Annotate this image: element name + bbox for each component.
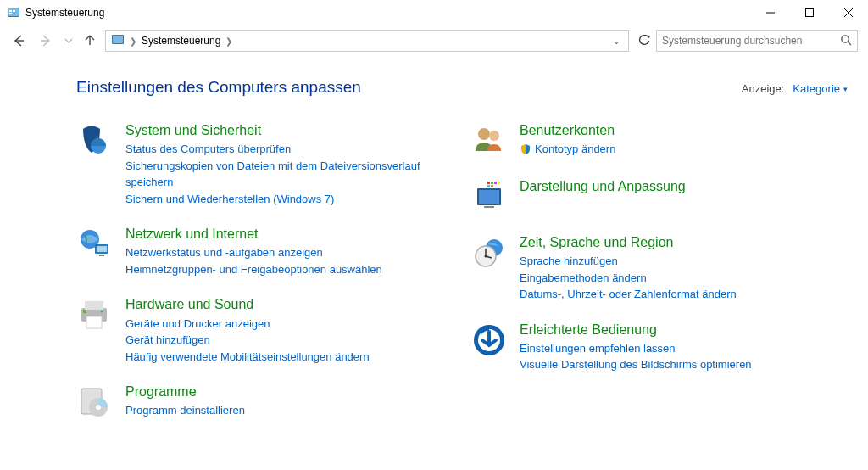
navbar: ❯ Systemsteuerung ❯ ⌄ — [0, 25, 868, 56]
monitor-palette-icon — [470, 178, 508, 215]
category-link[interactable]: Einstellungen empfehlen lassen — [520, 340, 848, 357]
maximize-button[interactable] — [790, 0, 829, 25]
svg-rect-22 — [86, 316, 102, 328]
category-columns: System und Sicherheit Status des Compute… — [76, 122, 848, 439]
refresh-button[interactable] — [632, 30, 656, 52]
search-icon[interactable] — [840, 34, 852, 48]
category-user-accounts: Benutzerkonten Kontotyp ändern — [470, 122, 848, 159]
category-title[interactable]: System und Sicherheit — [125, 122, 453, 138]
category-link[interactable]: Datums-, Uhrzeit- oder Zahlenformat ände… — [520, 286, 848, 303]
category-link[interactable]: Sprache hinzufügen — [520, 253, 848, 270]
close-button[interactable] — [829, 0, 868, 25]
shield-icon — [76, 122, 114, 159]
svg-rect-21 — [85, 301, 103, 310]
svg-rect-1 — [8, 8, 19, 16]
category-programs: Programme Programm deinstallieren — [76, 383, 453, 421]
window-title: Systemsteuerung — [25, 7, 104, 19]
svg-point-13 — [842, 35, 849, 42]
svg-rect-19 — [99, 255, 104, 256]
svg-rect-2 — [9, 10, 12, 12]
recent-locations-button[interactable] — [64, 35, 73, 48]
disc-box-icon — [76, 383, 114, 421]
nav-arrows — [10, 32, 97, 49]
svg-rect-37 — [487, 185, 490, 187]
category-link[interactable]: Gerät hinzufügen — [125, 332, 453, 349]
minimize-button[interactable] — [751, 0, 790, 25]
svg-rect-4 — [9, 13, 12, 14]
svg-rect-34 — [491, 182, 493, 184]
view-by-value: Kategorie — [793, 82, 840, 95]
category-clock-region: Zeit, Sprache und Region Sprache hinzufü… — [470, 234, 848, 303]
category-title[interactable]: Zeit, Sprache und Region — [520, 234, 848, 250]
globe-network-icon — [76, 226, 114, 263]
category-link[interactable]: Sicherungskopien von Dateien mit dem Dat… — [125, 158, 453, 191]
svg-point-23 — [101, 311, 103, 313]
printer-icon — [76, 296, 114, 333]
svg-rect-38 — [491, 185, 493, 187]
category-link[interactable]: Häufig verwendete Mobilitätseinstellunge… — [125, 349, 453, 366]
svg-point-29 — [489, 131, 499, 141]
svg-rect-3 — [13, 10, 15, 12]
category-link[interactable]: Netzwerkstatus und -aufgaben anzeigen — [125, 244, 453, 261]
svg-rect-32 — [484, 206, 494, 208]
category-link[interactable]: Visuelle Darstellung des Bildschirms opt… — [520, 356, 848, 373]
titlebar: Systemsteuerung — [0, 0, 868, 25]
category-link[interactable]: Status des Computers überprüfen — [125, 141, 453, 158]
view-by-dropdown[interactable]: Kategorie ▾ — [793, 82, 848, 95]
svg-point-27 — [96, 405, 101, 410]
view-by-control: Anzeige: Kategorie ▾ — [742, 82, 848, 95]
clock-globe-icon — [470, 234, 508, 271]
category-link[interactable]: Kontotyp ändern — [520, 141, 848, 158]
breadcrumb-separator[interactable]: ❯ — [130, 36, 136, 46]
svg-rect-6 — [806, 9, 814, 17]
control-panel-icon — [7, 6, 20, 20]
svg-rect-31 — [479, 190, 499, 204]
uac-shield-icon — [520, 143, 531, 155]
content-header: Einstellungen des Computers anpassen Anz… — [76, 78, 848, 97]
search-input[interactable] — [662, 35, 840, 47]
breadcrumb-separator[interactable]: ❯ — [225, 36, 232, 46]
svg-point-43 — [485, 255, 487, 258]
category-title[interactable]: Programme — [125, 383, 453, 400]
up-button[interactable] — [83, 33, 97, 49]
category-link-text: Kontotyp ändern — [535, 141, 615, 158]
category-title[interactable]: Darstellung und Anpassung — [520, 178, 848, 194]
category-title[interactable]: Benutzerkonten — [520, 122, 848, 138]
view-by-label: Anzeige: — [742, 82, 785, 95]
category-link[interactable]: Sichern und Wiederherstellen (Windows 7) — [125, 191, 453, 208]
svg-rect-12 — [113, 36, 123, 43]
window-controls — [751, 0, 868, 25]
category-hardware: Hardware und Sound Geräte und Drucker an… — [76, 296, 453, 365]
svg-point-28 — [478, 128, 490, 140]
left-column: System und Sicherheit Status des Compute… — [76, 122, 453, 439]
breadcrumb-item[interactable]: Systemsteuerung — [142, 35, 220, 47]
svg-line-14 — [848, 42, 851, 45]
address-bar[interactable]: ❯ Systemsteuerung ❯ ⌄ — [105, 30, 629, 52]
category-link[interactable]: Geräte und Drucker anzeigen — [125, 316, 453, 333]
page-heading: Einstellungen des Computers anpassen — [76, 78, 361, 97]
right-column: Benutzerkonten Kontotyp ändern Darstellu… — [470, 122, 848, 439]
forward-button[interactable] — [37, 32, 54, 49]
category-link[interactable]: Programm deinstallieren — [125, 402, 453, 419]
search-box[interactable] — [656, 30, 858, 52]
category-appearance: Darstellung und Anpassung — [470, 178, 848, 215]
control-panel-icon — [111, 33, 125, 49]
ease-of-access-icon — [470, 322, 508, 359]
back-button[interactable] — [10, 32, 27, 49]
category-system-security: System und Sicherheit Status des Compute… — [76, 122, 453, 207]
chevron-down-icon: ▾ — [843, 85, 848, 93]
svg-rect-24 — [83, 310, 86, 313]
category-title[interactable]: Hardware und Sound — [125, 296, 453, 312]
category-title[interactable]: Erleichterte Bedienung — [520, 322, 848, 338]
category-ease-of-access: Erleichterte Bedienung Einstellungen emp… — [470, 322, 848, 373]
category-title[interactable]: Netzwerk und Internet — [125, 226, 453, 242]
people-icon — [470, 122, 508, 159]
svg-rect-35 — [494, 182, 497, 184]
category-link[interactable]: Eingabemethoden ändern — [520, 270, 848, 287]
content-area: Einstellungen des Computers anpassen Anz… — [0, 56, 868, 439]
address-dropdown-button[interactable]: ⌄ — [609, 36, 623, 46]
svg-rect-33 — [487, 182, 490, 184]
category-network: Netzwerk und Internet Netzwerkstatus und… — [76, 226, 453, 277]
category-link[interactable]: Heimnetzgruppen- und Freigabeoptionen au… — [125, 261, 453, 278]
svg-rect-36 — [498, 182, 500, 184]
